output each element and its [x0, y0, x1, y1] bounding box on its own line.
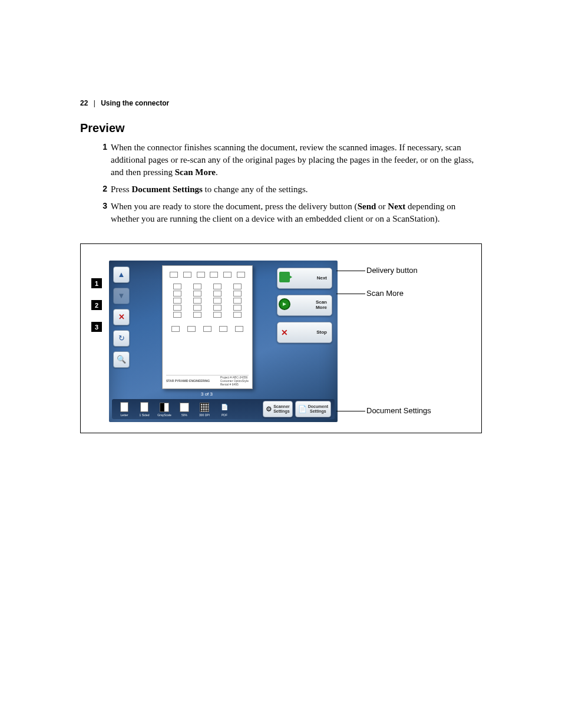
callout-marker-3: 3 — [91, 322, 102, 332]
doc-company: STAR PYRAMID ENGINEERING — [166, 379, 210, 383]
step-2-num: 2 — [94, 183, 111, 196]
stop-label: Stop — [292, 330, 332, 335]
steps-list: 1 When the connector finishes scanning t… — [94, 141, 483, 230]
callout-marker-2: 2 — [91, 300, 102, 310]
scan-more-icon — [277, 298, 292, 312]
scanner-icon: ⚙ — [266, 405, 272, 414]
rotate-button[interactable]: ↻ — [113, 330, 130, 347]
delete-page-button[interactable]: ✕ — [113, 309, 130, 325]
document-settings-button[interactable]: 📄 Document Settings — [295, 401, 331, 417]
step-3-text: When you are ready to store the document… — [111, 200, 483, 225]
next-label: Next — [292, 276, 332, 281]
scanner-settings-button[interactable]: ⚙ Scanner Settings — [263, 401, 293, 417]
stop-icon: ✕ — [277, 328, 292, 338]
step-1-text: When the connector finishes scanning the… — [111, 141, 483, 179]
step-1: 1 When the connector finishes scanning t… — [94, 141, 483, 179]
preview-tool-column: ▲ ▼ ✕ ↻ 🔍 — [113, 266, 130, 373]
stop-button[interactable]: ✕ Stop — [277, 322, 332, 343]
step-1-num: 1 — [94, 141, 111, 179]
status-sides: 1 Sided — [134, 402, 154, 417]
header-separator: | — [94, 99, 95, 107]
header-section: Using the connector — [101, 99, 169, 107]
step-2: 2 Press Document Settings to change any … — [94, 183, 483, 196]
scroll-down-button[interactable]: ▼ — [113, 288, 130, 304]
status-scale: 50% — [174, 402, 194, 417]
floorplan-graphic — [167, 271, 247, 372]
action-buttons: Next Scan More ✕ Stop — [277, 268, 333, 349]
doc-footer: STAR PYRAMID ENGINEERING Project # ABC-2… — [166, 375, 249, 386]
status-color: GrayScale — [154, 402, 174, 417]
callout-delivery: Delivery button — [366, 266, 418, 275]
status-format: 📄 PDF — [214, 402, 234, 417]
callout-line-scanmore — [336, 294, 365, 294]
callout-line-docsettings — [336, 411, 365, 411]
device-screen: ▲ ▼ ✕ ↻ 🔍 STAR PYRAMID ENGINEERING Proje… — [109, 261, 338, 422]
step-3-num: 3 — [94, 200, 111, 225]
callout-scanmore: Scan More — [366, 289, 404, 298]
status-dpi: 300 DPI — [194, 402, 214, 417]
callout-docsettings: Document Settings — [366, 406, 431, 415]
page-number: 22 — [80, 99, 88, 107]
next-icon — [277, 272, 292, 285]
status-paper-size: Letter — [114, 402, 134, 417]
scan-more-button[interactable]: Scan More — [277, 295, 332, 316]
document-settings-label: Document Settings — [308, 404, 328, 413]
figure-callout-markers: 1 2 3 — [91, 278, 102, 344]
page-counter: 3 of 3 — [162, 391, 252, 397]
zoom-button[interactable]: 🔍 — [113, 351, 130, 368]
page-header: 22 | Using the connector — [80, 99, 169, 107]
status-bar: Letter 1 Sided GrayScale 50% 300 DPI 📄 P… — [112, 399, 335, 419]
scan-more-label: Scan More — [292, 300, 332, 311]
next-button[interactable]: Next — [277, 268, 332, 289]
callout-line-delivery — [336, 271, 365, 271]
section-title: Preview — [80, 121, 125, 135]
step-3: 3 When you are ready to store the docume… — [94, 200, 483, 225]
document-icon: 📄 — [298, 405, 307, 414]
callout-marker-1: 1 — [91, 278, 102, 288]
step-2-text: Press Document Settings to change any of… — [111, 183, 483, 196]
scanned-page-preview[interactable]: STAR PYRAMID ENGINEERING Project # ABC-2… — [162, 265, 253, 389]
scanner-settings-label: Scanner Settings — [273, 404, 290, 413]
scroll-up-button[interactable]: ▲ — [113, 266, 130, 283]
